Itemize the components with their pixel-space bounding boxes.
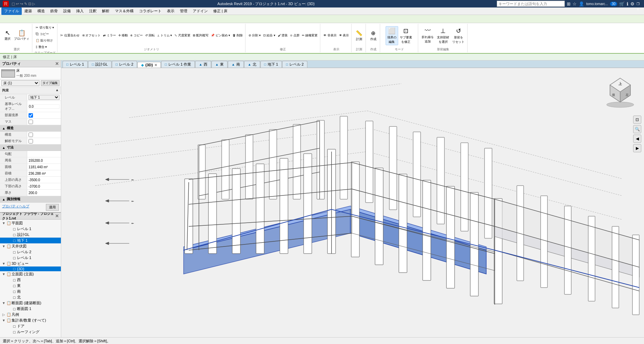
level-select[interactable]: 地下 1 bbox=[29, 95, 60, 100]
tree-roofing[interactable]: □ ルーフィング bbox=[0, 329, 61, 335]
menu-analyze[interactable]: 解析 bbox=[99, 7, 112, 15]
tree-elevation-group[interactable]: ▼ 📋 立面図 (立面) bbox=[0, 271, 61, 277]
tree-door[interactable]: □ ドア bbox=[0, 323, 61, 329]
tree-3d[interactable]: □ {3D} bbox=[0, 266, 61, 271]
pin-btn[interactable]: 📌 ピン留め ▾ bbox=[210, 33, 231, 39]
cart-icon[interactable]: 🛒 bbox=[619, 1, 625, 6]
search-input[interactable] bbox=[497, 1, 565, 7]
pointcloud-btn[interactable]: ⊙ 点群 bbox=[289, 33, 301, 39]
menu-systems[interactable]: 設備 bbox=[61, 7, 73, 15]
menu-addin[interactable]: アドイン bbox=[190, 7, 210, 15]
tree-3dview-group[interactable]: ▼ 📋 3D ビュー bbox=[0, 261, 61, 266]
tab-north[interactable]: ▲ 北 bbox=[244, 61, 260, 68]
properties-close-btn[interactable]: ✕ bbox=[55, 61, 59, 66]
paste-btn[interactable]: 📋 貼り付け bbox=[35, 37, 55, 44]
tree-legend[interactable]: ▷ 📋 凡例 bbox=[0, 312, 61, 317]
tree-ceiling-plans-group[interactable]: ▼ 📋 天井伏図 bbox=[0, 243, 61, 249]
menu-mass[interactable]: マス＆外構 bbox=[112, 7, 136, 15]
tab-west[interactable]: ▲ 西 bbox=[195, 61, 211, 68]
scroll-right-btn[interactable]: ▶ bbox=[633, 144, 641, 152]
tab-3d[interactable]: ◈ {3D} ✕ bbox=[137, 62, 161, 68]
mass-checkbox[interactable] bbox=[29, 120, 33, 124]
tree-east[interactable]: □ 東 bbox=[0, 283, 61, 289]
align-btn[interactable]: ⊢ 位置合わせ bbox=[60, 33, 81, 39]
close-btn[interactable]: ✕ bbox=[634, 6, 641, 12]
room-boundary-checkbox[interactable] bbox=[29, 113, 33, 118]
tab-level1-work[interactable]: □ レベル 1 作業 bbox=[161, 61, 195, 68]
section-dimensions[interactable]: ▲ 寸法 bbox=[0, 144, 61, 151]
type-edit-btn[interactable]: タイプ編集 bbox=[41, 80, 60, 86]
tree-ceiling-level2[interactable]: □ レベル 2 bbox=[0, 249, 61, 255]
reset-shape-btn[interactable]: ↺ 形状をリセット bbox=[451, 26, 466, 45]
select-btn[interactable]: ↖ 選択 bbox=[3, 26, 12, 45]
edit-boundary-btn[interactable]: ⬜ 境界の編集 bbox=[386, 26, 398, 45]
viewcube[interactable]: 上 後 左 bbox=[603, 75, 637, 109]
hide-btn[interactable]: 👁 非表示 bbox=[322, 33, 338, 39]
move-btn[interactable]: ✛ 移動 bbox=[117, 33, 129, 39]
select-support-btn[interactable]: ⊥ 支持部材を選択 bbox=[436, 26, 451, 45]
tab-designgl[interactable]: □ 設計GL bbox=[88, 61, 112, 68]
trim-btn[interactable]: ⊥ トリム ▾ bbox=[156, 33, 173, 39]
menu-file[interactable]: ファイル bbox=[1, 7, 22, 15]
copy-btn[interactable]: ⿻ コピー bbox=[35, 31, 55, 37]
tab-level2b[interactable]: □ レベル 2 bbox=[282, 61, 307, 68]
tree-ceiling-level1[interactable]: □ レベル 1 bbox=[0, 255, 61, 261]
tree-floor-plans-group[interactable]: ▼ 📋 平面図 bbox=[0, 220, 61, 226]
viewport-3d[interactable]: ← ← ← bbox=[61, 68, 644, 337]
paint-btn[interactable]: 🖌 塗装 bbox=[277, 33, 289, 39]
instance-dropdown[interactable]: 床 (1) bbox=[1, 80, 39, 86]
cut-btn[interactable]: ✂ 切り取り ▾ bbox=[35, 24, 55, 31]
menu-annotate[interactable]: 注釈 bbox=[86, 7, 99, 15]
tree-basement1[interactable]: □ 地下 1 bbox=[0, 238, 61, 243]
property-help-link[interactable]: プロパティヘルプ bbox=[2, 204, 29, 211]
analysis-checkbox[interactable] bbox=[29, 139, 33, 143]
linework-btn[interactable]: ✏ 線種変更 bbox=[301, 33, 319, 39]
section-structure[interactable]: ▲ 構造 bbox=[0, 125, 61, 132]
match-btn[interactable]: ∥ 整合 ▾ bbox=[35, 44, 55, 50]
tree-north[interactable]: □ 北 bbox=[0, 294, 61, 300]
restore-btn[interactable]: ❐ bbox=[634, 1, 641, 6]
copy2-btn[interactable]: ⊕ コピー bbox=[129, 33, 144, 39]
tab-level2[interactable]: □ レベル 2 bbox=[112, 61, 137, 68]
collapse-constraints[interactable]: ▲ bbox=[55, 88, 59, 93]
delete-btn[interactable]: 🗑 削除 bbox=[232, 33, 244, 39]
browser-close-btn[interactable]: ✕ bbox=[55, 213, 59, 219]
menu-modify[interactable]: 修正 | 床 bbox=[210, 7, 230, 15]
tree-schedules-group[interactable]: ▼ 📋 集計表/数量 (すべて) bbox=[0, 317, 61, 323]
tree-section-group[interactable]: ▼ 📋 断面図 (建築断面) bbox=[0, 300, 61, 306]
settings-icon[interactable]: ⚙ bbox=[630, 1, 634, 6]
modify-subelement-btn[interactable]: ⊡ サブ要素を修正 bbox=[399, 26, 413, 45]
tab-3d-close[interactable]: ✕ bbox=[154, 63, 157, 67]
rotate-btn[interactable]: ↺ 回転 bbox=[144, 33, 156, 39]
tab-basement[interactable]: □ 地下 1 bbox=[260, 61, 282, 68]
scroll-left-btn[interactable]: ◀ bbox=[633, 135, 641, 143]
tree-section1[interactable]: □ 断面図 1 bbox=[0, 306, 61, 312]
collaborate-icon[interactable]: ⊞ bbox=[567, 1, 571, 6]
tree-level1[interactable]: □ レベル 1 bbox=[0, 226, 61, 232]
measure-btn[interactable]: 📏 計測 bbox=[354, 29, 364, 42]
display-btn[interactable]: 👁 表示 bbox=[338, 33, 350, 39]
zoom-in-btn[interactable]: 🔍 bbox=[633, 125, 641, 133]
zoom-fit-btn[interactable]: ⊡ bbox=[633, 116, 641, 124]
tab-east[interactable]: ▲ 東 bbox=[211, 61, 227, 68]
tab-south[interactable]: ▲ 南 bbox=[228, 61, 244, 68]
apply-btn[interactable]: 適用 bbox=[46, 204, 59, 211]
structural-checkbox[interactable] bbox=[29, 133, 33, 137]
join-btn[interactable]: ⊡ 結合 ▾ bbox=[262, 33, 276, 39]
menu-manage[interactable]: 管理 bbox=[177, 7, 190, 15]
star-icon[interactable]: ☆ bbox=[573, 1, 577, 6]
array-btn[interactable]: ⊞ 配列複写 bbox=[192, 33, 210, 39]
tree-south[interactable]: □ 南 bbox=[0, 289, 61, 294]
menu-structure[interactable]: 構造 bbox=[35, 7, 48, 15]
tab-level1[interactable]: □ レベル 1 bbox=[63, 61, 88, 68]
menu-architecture[interactable]: 建築 bbox=[22, 7, 35, 15]
menu-insert[interactable]: 挿入 bbox=[73, 7, 86, 15]
offset-btn[interactable]: ⇉ オフセット bbox=[81, 33, 102, 39]
tree-designgl[interactable]: □ 設計GL bbox=[0, 232, 61, 238]
tree-west[interactable]: □ 西 bbox=[0, 277, 61, 283]
menu-steel[interactable]: 鉄骨 bbox=[48, 7, 61, 15]
menu-view[interactable]: 表示 bbox=[164, 7, 177, 15]
mirror-btn[interactable]: ⇄ ミラー bbox=[102, 33, 117, 39]
properties-btn[interactable]: 📋 プロパティ bbox=[13, 26, 31, 45]
create-btn[interactable]: ⊕ 作成 bbox=[369, 29, 378, 42]
